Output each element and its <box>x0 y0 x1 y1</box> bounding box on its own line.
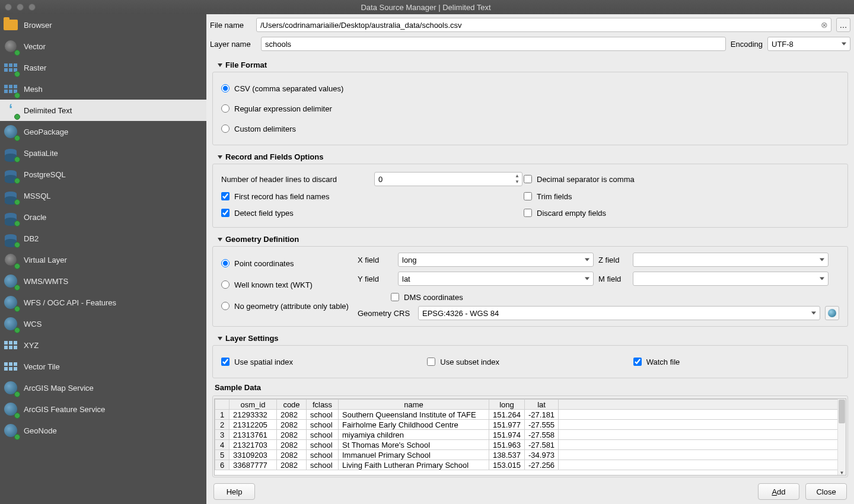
sidebar-item-wfs-ogc-api-features[interactable]: WFS / OGC API - Features <box>0 292 206 313</box>
layer-settings-header[interactable]: Layer Settings <box>210 331 850 345</box>
wkt-radio[interactable] <box>221 280 230 289</box>
sidebar-item-spatialite[interactable]: SpatiaLite <box>0 142 206 164</box>
spinner-down-icon[interactable]: ▼ <box>513 179 521 185</box>
sidebar-item-oracle[interactable]: Oracle <box>0 206 206 228</box>
vector-icon <box>2 38 19 55</box>
table-cell: school <box>307 440 339 450</box>
table-row[interactable]: 3213137612082schoolmiyamiya children151.… <box>215 430 838 440</box>
sidebar-item-xyz[interactable]: XYZ <box>0 334 206 356</box>
dialog-footer: Help Add Close <box>210 477 850 503</box>
sidebar-item-wms-wmts[interactable]: WMS/WMTS <box>0 270 206 292</box>
m-field-select[interactable] <box>633 272 828 286</box>
sidebar-item-label: MSSQL <box>24 192 51 200</box>
regex-radio[interactable] <box>221 104 230 113</box>
sidebar-item-vector[interactable]: Vector <box>0 36 206 57</box>
table-cell: school <box>307 410 339 420</box>
table-row[interactable]: 2213122052082schoolFairholme Early Child… <box>215 420 838 430</box>
encoding-select[interactable]: UTF-8 <box>767 37 850 51</box>
scroll-thumb[interactable] <box>839 400 845 423</box>
watch-file-check[interactable] <box>633 358 642 366</box>
row-number: 6 <box>215 460 230 470</box>
x-field-label: X field <box>358 256 393 264</box>
spinner-up-icon[interactable]: ▲ <box>513 173 521 179</box>
geometry-crs-select[interactable]: EPSG:4326 - WGS 84 <box>418 306 820 320</box>
table-row[interactable]: 1212933322082schoolSouthern Queensland I… <box>215 410 838 420</box>
csv-radio[interactable] <box>221 84 230 92</box>
row-number: 5 <box>215 450 230 460</box>
col-header-lat[interactable]: lat <box>525 400 559 410</box>
spatial-index-check[interactable] <box>221 358 230 366</box>
table-row[interactable]: 5331092032082schoolImmanuel Primary Scho… <box>215 450 838 460</box>
y-field-select[interactable]: lat <box>398 272 594 286</box>
help-button[interactable]: Help <box>214 483 255 500</box>
sidebar-item-virtual-layer[interactable]: Virtual Layer <box>0 249 206 270</box>
close-window-icon[interactable] <box>5 4 12 11</box>
sidebar-item-raster[interactable]: Raster <box>0 57 206 78</box>
point-coords-label: Point coordinates <box>234 259 294 268</box>
trim-fields-label: Trim fields <box>537 192 572 201</box>
table-row[interactable]: 4213217032082schoolSt Thomas More's Scho… <box>215 440 838 450</box>
table-row[interactable]: 6336877772082schoolLiving Faith Lutheran… <box>215 460 838 470</box>
watch-file-label: Watch file <box>646 358 680 366</box>
row-number: 3 <box>215 430 230 440</box>
scroll-down-icon[interactable]: ▼ <box>838 470 846 476</box>
sidebar-item-label: GeoPackage <box>24 127 68 136</box>
add-button[interactable]: Add <box>758 483 799 500</box>
sidebar-item-vector-tile[interactable]: Vector Tile <box>0 356 206 377</box>
sidebar-item-db2[interactable]: DB2 <box>0 228 206 249</box>
sidebar-item-postgresql[interactable]: PostgreSQL <box>0 164 206 185</box>
sidebar-item-mssql[interactable]: MSSQL <box>0 185 206 206</box>
sidebar-item-geonode[interactable]: GeoNode <box>0 420 206 441</box>
file-name-input[interactable] <box>256 18 831 32</box>
dms-coords-check[interactable] <box>391 293 399 301</box>
delimited-text-panel: File name ⊗ … Layer name Encoding UTF-8 <box>206 14 854 504</box>
z-field-select[interactable] <box>633 253 828 267</box>
file-format-title: File Format <box>225 60 267 69</box>
table-cell: -27.558 <box>525 430 559 440</box>
sidebar-item-wcs[interactable]: WCS <box>0 313 206 334</box>
decimal-comma-label: Decimal separator is comma <box>537 175 635 184</box>
header-lines-label: Number of header lines to discard <box>221 175 369 184</box>
sidebar-item-geopackage[interactable]: GeoPackage <box>0 121 206 142</box>
table-cell: -27.555 <box>525 420 559 430</box>
trim-fields-check[interactable] <box>524 192 532 200</box>
layer-name-input[interactable] <box>261 37 726 51</box>
file-format-header[interactable]: File Format <box>210 58 850 72</box>
sidebar-item-delimited-text[interactable]: ,Delimited Text <box>0 100 206 121</box>
layer-name-label: Layer name <box>210 40 256 49</box>
custom-radio[interactable] <box>221 125 230 133</box>
col-header-code[interactable]: code <box>277 400 307 410</box>
col-header-fclass[interactable]: fclass <box>307 400 339 410</box>
first-record-names-check[interactable] <box>221 192 230 200</box>
sidebar-item-arcgis-feature-service[interactable]: ArcGIS Feature Service <box>0 398 206 420</box>
geometry-header[interactable]: Geometry Definition <box>210 232 850 246</box>
browse-file-button[interactable]: … <box>836 18 850 32</box>
sidebar-item-label: WMS/WMTS <box>24 277 68 286</box>
clear-file-name-icon[interactable]: ⊗ <box>821 20 828 30</box>
record-fields-header[interactable]: Record and Fields Options <box>210 150 850 164</box>
xyz-icon <box>2 337 19 353</box>
decimal-comma-check[interactable] <box>524 175 532 183</box>
discard-empty-check[interactable] <box>524 209 532 217</box>
file-name-label: File name <box>210 21 251 30</box>
col-header-osm_id[interactable]: osm_id <box>230 400 277 410</box>
table-vertical-scrollbar[interactable]: ▲ ▼ <box>837 399 846 475</box>
detect-types-check[interactable] <box>221 209 230 217</box>
col-header-long[interactable]: long <box>489 400 525 410</box>
window-title: Data Source Manager | Delimited Text <box>36 3 816 12</box>
col-header-name[interactable]: name <box>339 400 489 410</box>
sidebar-item-arcgis-map-service[interactable]: ArcGIS Map Service <box>0 377 206 398</box>
subset-index-check[interactable] <box>427 358 435 366</box>
minimize-window-icon[interactable] <box>17 4 24 11</box>
folder-icon <box>2 17 19 33</box>
sidebar-item-mesh[interactable]: Mesh <box>0 78 206 100</box>
no-geom-radio[interactable] <box>221 302 230 310</box>
sidebar-item-browser[interactable]: Browser <box>0 14 206 36</box>
close-button[interactable]: Close <box>805 483 847 500</box>
sidebar-item-label: WFS / OGC API - Features <box>24 298 116 307</box>
point-coords-radio[interactable] <box>221 259 230 267</box>
zoom-window-icon[interactable] <box>28 4 36 11</box>
header-lines-input[interactable] <box>374 172 522 186</box>
x-field-select[interactable]: long <box>398 253 594 267</box>
crs-picker-button[interactable] <box>825 306 839 320</box>
